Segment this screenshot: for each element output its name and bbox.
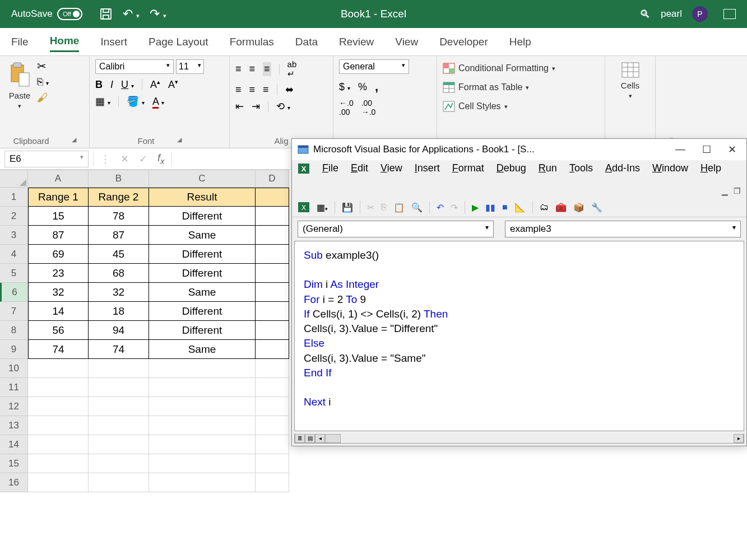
insert-module-icon[interactable]: ▦▾ xyxy=(317,202,328,213)
cell[interactable]: 74 xyxy=(28,340,89,359)
cell[interactable]: Same xyxy=(149,283,256,302)
cell[interactable] xyxy=(28,454,89,473)
cell[interactable] xyxy=(89,435,149,454)
cell[interactable] xyxy=(256,283,289,302)
cell[interactable] xyxy=(149,473,256,492)
dialog-launcher-icon[interactable]: ◢ xyxy=(177,136,182,146)
cell[interactable]: 14 xyxy=(28,302,89,321)
redo-icon[interactable]: ↷ xyxy=(451,202,458,213)
borders-button[interactable]: ▦ ▾ xyxy=(95,95,110,108)
stop-icon[interactable]: ■ xyxy=(502,202,508,212)
row-header[interactable]: 2 xyxy=(0,207,28,226)
cell[interactable] xyxy=(256,454,289,473)
cell[interactable] xyxy=(28,359,89,378)
maximize-icon[interactable]: ☐ xyxy=(702,143,711,156)
row-header[interactable]: 14 xyxy=(0,435,28,454)
fill-color-button[interactable]: 🪣 ▾ xyxy=(127,95,145,108)
cell[interactable]: Result xyxy=(149,188,256,207)
vba-scrollbar[interactable]: ≣ ▤ ◂ ▸ xyxy=(294,433,744,444)
row-header[interactable]: 11 xyxy=(0,378,28,397)
row-header[interactable]: 16 xyxy=(0,473,28,492)
row-header[interactable]: 1 xyxy=(0,188,28,207)
cell[interactable]: Different xyxy=(149,302,256,321)
scroll-thumb[interactable] xyxy=(325,434,341,443)
orientation-icon[interactable]: ⟲ ▾ xyxy=(276,100,290,113)
cell[interactable]: 56 xyxy=(28,321,89,340)
ribbon-display-icon[interactable] xyxy=(723,9,736,19)
tab-formulas[interactable]: Formulas xyxy=(230,32,274,52)
tab-file[interactable]: File xyxy=(11,32,29,52)
font-size-select[interactable]: 11▾ xyxy=(176,59,204,74)
cell[interactable]: 87 xyxy=(89,226,149,245)
align-top-icon[interactable]: ≡ xyxy=(235,63,242,75)
minimize-icon[interactable]: — xyxy=(675,143,685,156)
cell[interactable]: Same xyxy=(149,226,256,245)
search-icon[interactable]: 🔍︎ xyxy=(639,8,651,21)
design-mode-icon[interactable]: 📐 xyxy=(514,202,526,213)
row-header[interactable]: 13 xyxy=(0,416,28,435)
cell[interactable] xyxy=(256,188,289,207)
cell[interactable]: 68 xyxy=(89,264,149,283)
row-header[interactable]: 4 xyxy=(0,245,28,264)
percent-icon[interactable]: % xyxy=(358,81,367,93)
cell[interactable]: 32 xyxy=(28,283,89,302)
view-excel-icon[interactable]: X xyxy=(298,202,310,213)
cut-icon[interactable]: ✂ xyxy=(37,59,47,73)
format-painter-icon[interactable]: 🖌 xyxy=(37,91,48,104)
cell[interactable]: Same xyxy=(149,340,256,359)
find-icon[interactable]: 🔍 xyxy=(411,202,423,213)
vba-menu-debug[interactable]: Debug xyxy=(497,162,526,174)
copy-icon[interactable]: ⎘ ▾ xyxy=(37,76,49,88)
cell[interactable] xyxy=(89,397,149,416)
align-middle-icon[interactable]: ≡ xyxy=(249,63,256,75)
tab-view[interactable]: View xyxy=(395,32,418,52)
row-header[interactable]: 9 xyxy=(0,340,28,359)
tab-review[interactable]: Review xyxy=(339,32,374,52)
maximize-child-icon[interactable]: ❐ xyxy=(734,186,741,195)
cell[interactable]: Different xyxy=(149,264,256,283)
cell[interactable] xyxy=(89,359,149,378)
cell[interactable]: 69 xyxy=(28,245,89,264)
cell[interactable] xyxy=(149,397,256,416)
column-header[interactable]: A xyxy=(28,170,89,188)
cell[interactable] xyxy=(256,473,289,492)
cell-styles-button[interactable]: Cell Styles▾ xyxy=(443,100,599,113)
procedure-dropdown[interactable]: example3▾ xyxy=(505,221,741,237)
cell[interactable]: 32 xyxy=(89,283,149,302)
cell[interactable] xyxy=(149,378,256,397)
comma-icon[interactable]: , xyxy=(375,80,378,94)
vba-menu-run[interactable]: Run xyxy=(539,162,557,174)
grow-font-icon[interactable]: A▴ xyxy=(150,78,160,91)
tab-insert[interactable]: Insert xyxy=(100,32,127,52)
cell[interactable]: 18 xyxy=(89,302,149,321)
vba-menu-format[interactable]: Format xyxy=(452,162,484,174)
scroll-right-icon[interactable]: ▸ xyxy=(734,434,744,443)
vba-menu-add-ins[interactable]: Add-Ins xyxy=(605,162,640,174)
tab-developer[interactable]: Developer xyxy=(439,32,488,52)
font-name-select[interactable]: Calibri▾ xyxy=(95,59,174,74)
vba-menu-window[interactable]: Window xyxy=(652,162,688,174)
row-header[interactable]: 12 xyxy=(0,397,28,416)
cell[interactable] xyxy=(256,397,289,416)
cell[interactable]: Range 1 xyxy=(28,188,89,207)
vba-menu-file[interactable]: File xyxy=(322,162,338,174)
row-header[interactable]: 6 xyxy=(0,283,28,302)
cell[interactable]: Different xyxy=(149,207,256,226)
cell[interactable] xyxy=(89,454,149,473)
procedure-view-icon[interactable]: ▤ xyxy=(305,434,315,443)
cell[interactable] xyxy=(149,435,256,454)
cancel-icon[interactable]: ✕ xyxy=(120,153,129,165)
vba-menu-insert[interactable]: Insert xyxy=(415,162,440,174)
vba-code-pane[interactable]: Sub example3() Dim i As Integer For i = … xyxy=(294,241,744,431)
cell[interactable] xyxy=(256,245,289,264)
cell[interactable]: 78 xyxy=(89,207,149,226)
cell[interactable] xyxy=(256,207,289,226)
excel-icon[interactable]: X xyxy=(298,163,310,174)
object-browser-icon[interactable]: 📦 xyxy=(573,202,584,213)
enter-icon[interactable]: ✓ xyxy=(139,153,147,165)
paste-icon[interactable]: 📋 xyxy=(393,202,405,213)
align-center-icon[interactable]: ≡ xyxy=(249,84,256,96)
merge-icon[interactable]: ⬌ xyxy=(285,83,294,96)
cell[interactable] xyxy=(28,473,89,492)
cell[interactable] xyxy=(256,435,289,454)
